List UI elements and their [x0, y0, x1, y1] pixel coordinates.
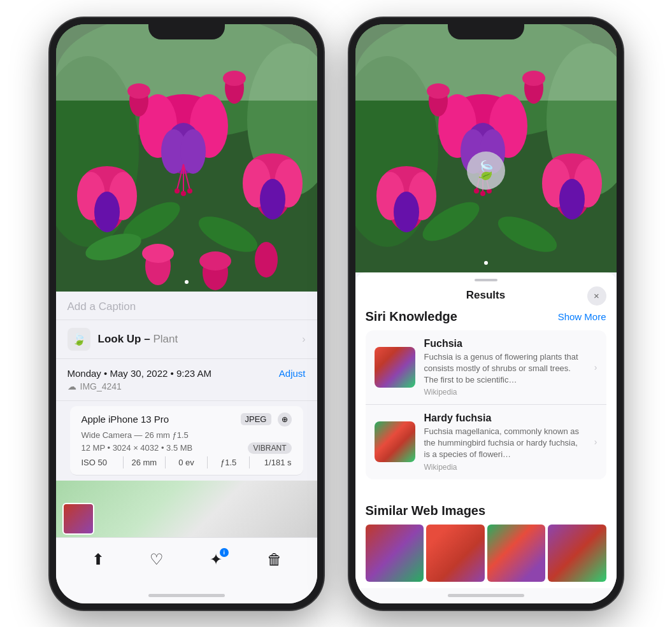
file-info: 12 MP • 3024 × 4032 • 3.5 MB [82, 443, 193, 453]
format-badge: JPEG [241, 413, 271, 425]
svg-point-29 [127, 83, 150, 99]
right-home-indicator [448, 594, 524, 597]
similar-image-1[interactable] [366, 525, 424, 582]
right-home-bar [355, 588, 617, 603]
hardy-name: Hardy fuchsia [424, 412, 585, 424]
share-button[interactable]: ⬆ [84, 546, 112, 574]
lookup-chevron-icon: › [302, 334, 305, 345]
fuchsia-source: Wikipedia [424, 388, 585, 397]
svg-point-16 [181, 191, 186, 196]
right-notch [448, 18, 524, 39]
similar-image-2[interactable] [426, 525, 485, 582]
caption-area[interactable]: Add a Caption [56, 292, 317, 320]
similar-images-grid [366, 525, 606, 582]
knowledge-item-fuchsia[interactable]: Fuchsia Fuchsia is a genus of flowering … [366, 330, 606, 405]
adjust-button[interactable]: Adjust [279, 368, 306, 379]
iso-stat: ISO 50 [82, 456, 124, 468]
results-header: Results × [355, 286, 617, 309]
svg-point-36 [142, 244, 174, 263]
fuchsia-text: Fuchsia Fuchsia is a genus of flowering … [424, 338, 585, 397]
svg-point-15 [175, 188, 180, 194]
info-button[interactable]: ✦ i [202, 546, 230, 574]
lookup-icon: 🍃 [68, 328, 90, 351]
fuchsia-name: Fuchsia [424, 338, 585, 349]
svg-point-56 [480, 191, 485, 196]
svg-point-31 [223, 71, 246, 86]
photo-thumbnail [62, 503, 94, 535]
sheet-handle [475, 279, 497, 281]
svg-point-67 [559, 179, 585, 220]
fuchsia-thumbnail [375, 347, 415, 388]
similar-image-3[interactable] [487, 525, 546, 582]
metadata-section: Monday • May 30, 2022 • 9:23 AM Adjust ☁… [56, 359, 317, 401]
left-screen: Add a Caption 🍃 Look Up – Plant › Monday… [56, 24, 317, 603]
flower-photo[interactable] [56, 24, 317, 292]
similar-title: Similar Web Images [366, 504, 606, 518]
right-flower-photo[interactable]: 🍃 [355, 24, 617, 272]
knowledge-item-hardy[interactable]: Hardy fuchsia Fuchsia magellanica, commo… [366, 405, 606, 479]
knowledge-card: Fuchsia Fuchsia is a genus of flowering … [366, 330, 606, 479]
close-button[interactable]: × [587, 286, 606, 306]
aperture-stat: ƒ1.5 [208, 456, 250, 468]
left-phone: Add a Caption 🍃 Look Up – Plant › Monday… [50, 18, 324, 610]
photo-date: Monday • May 30, 2022 • 9:23 AM [68, 368, 211, 379]
page-dot-right [484, 261, 488, 265]
bottom-toolbar: ⬆ ♡ ✦ i 🗑 [56, 537, 317, 588]
location-icon: ⊕ [278, 412, 292, 426]
home-bar [56, 588, 317, 603]
siri-knowledge-title: Siri Knowledge [366, 309, 457, 324]
svg-point-39 [255, 242, 278, 278]
map-preview[interactable] [56, 481, 317, 537]
results-sheet: Results × Siri Knowledge Show More Fuchs… [355, 272, 617, 603]
show-more-button[interactable]: Show More [558, 311, 606, 322]
section-header: Siri Knowledge Show More [366, 309, 606, 324]
lens-info: Wide Camera — 26 mm ƒ1.5 [82, 430, 189, 440]
svg-point-69 [427, 83, 450, 99]
favorite-button[interactable]: ♡ [143, 546, 171, 574]
camera-section-wrapper: Apple iPhone 13 Pro JPEG ⊕ Wide Camera —… [56, 401, 317, 481]
svg-point-62 [394, 192, 419, 232]
svg-point-27 [260, 179, 285, 220]
svg-point-22 [94, 192, 120, 232]
lookup-label: Look Up – Plant [98, 333, 178, 346]
info-badge: i [220, 548, 229, 557]
hardy-desc: Fuchsia magellanica, commonly known as t… [424, 426, 585, 461]
lookup-row[interactable]: 🍃 Look Up – Plant › [56, 320, 317, 359]
caption-placeholder[interactable]: Add a Caption [68, 300, 136, 313]
right-screen: 🍃 Results × Siri Knowledge Show More [355, 24, 617, 603]
page-dot [185, 280, 189, 284]
style-badge: VIBRANT [248, 442, 291, 454]
similar-images-section: Similar Web Images [355, 504, 617, 588]
svg-point-71 [522, 71, 545, 86]
results-title: Results [466, 289, 505, 302]
notch [148, 18, 225, 39]
hardy-thumbnail [375, 421, 415, 462]
hardy-source: Wikipedia [424, 463, 585, 472]
fuchsia-chevron-icon: › [594, 362, 597, 372]
hardy-text: Hardy fuchsia Fuchsia magellanica, commo… [424, 412, 585, 472]
hardy-chevron-icon: › [594, 437, 597, 447]
svg-point-55 [474, 188, 479, 194]
delete-button[interactable]: 🗑 [261, 546, 289, 574]
camera-section: Apple iPhone 13 Pro JPEG ⊕ Wide Camera —… [70, 406, 303, 476]
fuchsia-desc: Fuchsia is a genus of flowering plants t… [424, 351, 585, 386]
ev-stat: 0 ev [166, 456, 208, 468]
filename-row: ☁ IMG_4241 [68, 381, 306, 391]
filename: IMG_4241 [80, 381, 122, 391]
cloud-icon: ☁ [68, 381, 76, 391]
similar-image-4[interactable] [548, 525, 606, 582]
home-indicator [148, 594, 225, 597]
siri-knowledge-section: Siri Knowledge Show More Fuchsia Fuchsia… [355, 309, 617, 504]
camera-model: Apple iPhone 13 Pro [82, 414, 169, 425]
visual-lookup-button[interactable]: 🍃 [467, 151, 505, 190]
right-phone: 🍃 Results × Siri Knowledge Show More [349, 18, 623, 610]
focal-stat: 26 mm [124, 456, 166, 468]
svg-point-38 [199, 251, 231, 271]
shutter-stat: 1/181 s [250, 456, 291, 468]
svg-point-17 [187, 188, 192, 194]
